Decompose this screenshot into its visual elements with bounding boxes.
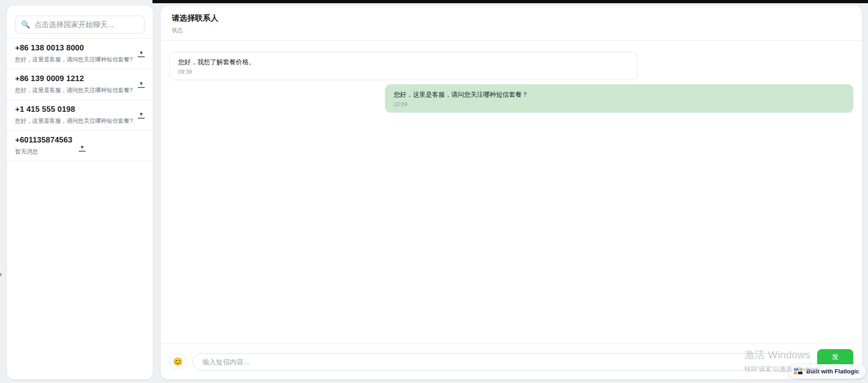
contact-phone-number: +1 415 555 0198 (15, 105, 133, 114)
message-composer: 😊 发送 (161, 344, 862, 379)
smiley-icon: 😊 (173, 357, 183, 367)
badge-label: Built with Flatlogic (806, 368, 859, 375)
contact-last-message: 您好，这里是客服，请问您关注哪种短信套餐? (15, 56, 133, 64)
message-text: 您好，这里是客服，请问您关注哪种短信套餐？ (394, 90, 845, 99)
built-with-flatlogic-badge[interactable]: Built with Flatlogic (788, 364, 866, 378)
message-list: 您好，我想了解套餐价格。 09:39 您好，这里是客服，请问您关注哪种短信套餐？… (161, 41, 862, 344)
message-bubble: 您好，我想了解套餐价格。 09:39 (169, 52, 638, 80)
search-icon: 🔍 (21, 21, 30, 28)
contact-row[interactable]: +86 139 0009 1212 您好，这里是客服，请问您关注哪种短信套餐? … (7, 69, 153, 100)
contact-phone-number: +86 138 0013 8000 (15, 44, 133, 53)
contact-row[interactable]: +86 138 0013 8000 您好，这里是客服，请问您关注哪种短信套餐? … (7, 38, 153, 69)
message-bubble: 您好，这里是客服，请问您关注哪种短信套餐？ 10:09 (385, 84, 853, 113)
contact-dropdown-icon[interactable]: ▼ (138, 81, 145, 88)
contact-list: +86 138 0013 8000 您好，这里是客服，请问您关注哪种短信套餐? … (7, 38, 153, 161)
search-area: 🔍 (7, 5, 153, 38)
contact-info: +601135874563 暂无消息 (15, 136, 72, 156)
contacts-sidebar: 🔍 +86 138 0013 8000 您好，这里是客服，请问您关注哪种短信套餐… (7, 5, 153, 379)
edge-artifact-glyph: e (0, 271, 2, 278)
chat-title: 请选择联系人 (172, 13, 851, 23)
message-time: 09:39 (178, 69, 629, 75)
country-search-input[interactable] (34, 21, 139, 29)
sms-message-input[interactable] (193, 353, 811, 371)
contact-info: +86 138 0013 8000 您好，这里是客服，请问您关注哪种短信套餐? (15, 44, 133, 64)
top-edge-strip (152, 0, 868, 3)
contact-last-message: 您好，这里是客服，请问您关注哪种短信套餐? (15, 87, 133, 94)
contact-phone-number: +86 139 0009 1212 (15, 74, 133, 83)
contact-dropdown-icon[interactable]: ▼ (138, 112, 145, 119)
flatlogic-logo-icon (794, 368, 803, 374)
contact-row[interactable]: +1 415 555 0198 您好，这里是客服，请问您关注哪种短信套餐? ▼ (7, 100, 153, 131)
chat-header: 请选择联系人 状态 (161, 5, 862, 41)
contact-row[interactable]: +601135874563 暂无消息 ▼ (7, 131, 153, 161)
contact-dropdown-icon[interactable]: ▼ (138, 50, 145, 57)
contact-last-message: 暂无消息 (15, 148, 72, 156)
message-text: 您好，我想了解套餐价格。 (178, 57, 629, 67)
emoji-button[interactable]: 😊 (169, 353, 186, 370)
message-time: 10:09 (394, 101, 845, 108)
country-search-box[interactable]: 🔍 (15, 16, 145, 33)
contact-phone-number: +601135874563 (15, 136, 72, 145)
contact-last-message: 您好，这里是客服，请问您关注哪种短信套餐? (15, 117, 133, 125)
chat-status-label: 状态 (172, 27, 851, 34)
chat-panel: 请选择联系人 状态 您好，我想了解套餐价格。 09:39 您好，这里是客服，请问… (161, 5, 862, 379)
contact-info: +86 139 0009 1212 您好，这里是客服，请问您关注哪种短信套餐? (15, 74, 133, 94)
contact-info: +1 415 555 0198 您好，这里是客服，请问您关注哪种短信套餐? (15, 105, 133, 125)
contact-dropdown-icon[interactable]: ▼ (79, 145, 86, 152)
